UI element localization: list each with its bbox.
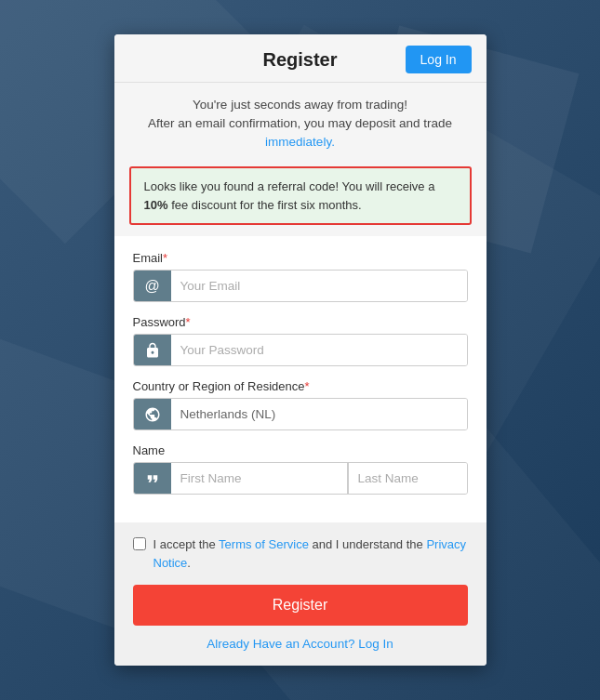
- register-button[interactable]: Register: [133, 585, 468, 626]
- email-icon: @: [134, 271, 171, 301]
- name-row: [171, 463, 468, 494]
- modal-header: Register Log In: [114, 34, 487, 83]
- lock-icon: [134, 335, 171, 365]
- name-input-wrapper: [133, 462, 468, 495]
- terms-of-service-link[interactable]: Terms of Service: [219, 537, 309, 551]
- quote-icon: [134, 463, 171, 494]
- email-label: Email*: [133, 251, 468, 265]
- form-section: Email* @ Password*: [114, 236, 487, 522]
- email-input[interactable]: [171, 271, 467, 301]
- country-input[interactable]: [171, 399, 467, 429]
- email-group: Email* @: [133, 251, 468, 302]
- referral-text-before: Looks like you found a referral code! Yo…: [144, 179, 435, 193]
- last-name-input[interactable]: [348, 463, 468, 494]
- country-label: Country or Region of Residence*: [133, 379, 468, 393]
- login-button[interactable]: Log In: [406, 46, 472, 73]
- terms-row: I accept the Terms of Service and I unde…: [133, 535, 468, 572]
- first-name-input[interactable]: [171, 463, 348, 494]
- password-input[interactable]: [171, 335, 467, 365]
- email-input-wrapper: @: [133, 270, 468, 302]
- referral-text-after: fee discount for the first six months.: [168, 198, 362, 212]
- register-modal: Register Log In You're just seconds away…: [114, 34, 487, 667]
- name-group: Name: [133, 443, 468, 495]
- globe-icon: [134, 399, 171, 429]
- subtitle-line1: You're just seconds away from trading!: [133, 96, 468, 114]
- country-input-wrapper: [133, 398, 468, 430]
- terms-checkbox[interactable]: [133, 537, 146, 550]
- referral-highlight: 10%: [144, 198, 168, 212]
- name-label: Name: [133, 443, 468, 457]
- already-account-link[interactable]: Already Have an Account? Log In: [207, 637, 393, 651]
- subtitle-line2: After an email confirmation, you may dep…: [133, 114, 468, 152]
- footer-section: I accept the Terms of Service and I unde…: [114, 522, 487, 666]
- modal-subtitle: You're just seconds away from trading! A…: [114, 83, 487, 156]
- referral-banner: Looks like you found a referral code! Yo…: [129, 166, 472, 225]
- terms-text: I accept the Terms of Service and I unde…: [153, 535, 468, 572]
- modal-title: Register: [262, 49, 337, 71]
- password-label: Password*: [133, 315, 468, 329]
- already-account-section: Already Have an Account? Log In: [133, 637, 468, 651]
- password-group: Password*: [133, 315, 468, 366]
- country-group: Country or Region of Residence*: [133, 379, 468, 430]
- password-input-wrapper: [133, 334, 468, 366]
